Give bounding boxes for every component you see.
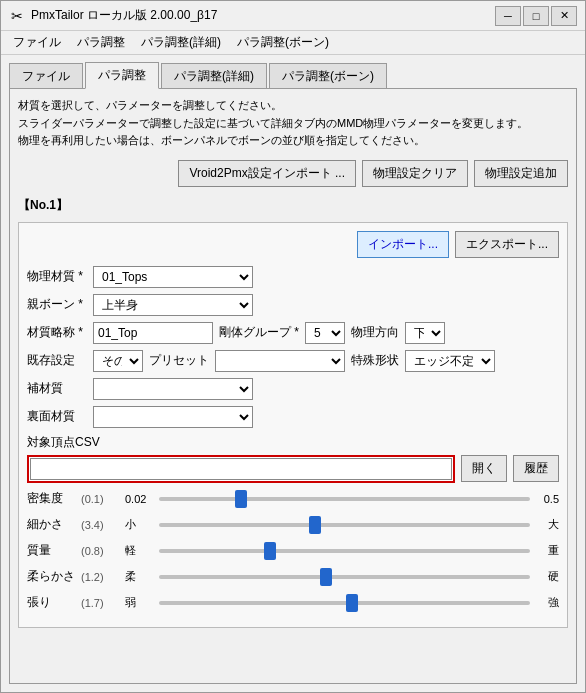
mass-slider[interactable]: [159, 541, 530, 561]
density-max: 0.5: [534, 493, 559, 505]
app-icon: ✂: [9, 8, 25, 24]
existing-settings-select[interactable]: そのまま: [93, 350, 143, 372]
density-slider-row: 密集度 (0.1) 0.02 0.5: [27, 489, 559, 509]
special-shape-select[interactable]: エッジ不定形: [405, 350, 495, 372]
csv-input-wrapper: [27, 455, 455, 483]
title-bar: ✂ PmxTailor ローカル版 2.00.00_β17 ─ □ ✕: [1, 1, 585, 31]
physics-clear-button[interactable]: 物理設定クリア: [362, 160, 468, 187]
panel-export-button[interactable]: エクスポート...: [455, 231, 559, 258]
mass-label: 質量: [27, 542, 77, 559]
softness-value: (1.2): [81, 571, 121, 583]
window-controls: ─ □ ✕: [495, 6, 577, 26]
tension-label: 張り: [27, 594, 77, 611]
menu-file[interactable]: ファイル: [5, 32, 69, 53]
desc-line1: 材質を選択して、パラメーターを調整してください。: [18, 97, 568, 115]
special-shape-label: 特殊形状: [351, 352, 399, 369]
desc-line3: 物理を再利用したい場合は、ボーンパネルでボーンの並び順を指定してください。: [18, 132, 568, 150]
softness-label: 柔らかさ: [27, 568, 77, 585]
vroid-import-button[interactable]: Vroid2Pmx設定インポート ...: [178, 160, 356, 187]
tension-max: 強: [534, 595, 559, 610]
parent-bone-select[interactable]: 上半身: [93, 294, 253, 316]
material-abbr-input[interactable]: [93, 322, 213, 344]
minimize-button[interactable]: ─: [495, 6, 521, 26]
body-group-select[interactable]: 5: [305, 322, 345, 344]
auxiliary-material-select[interactable]: [93, 378, 253, 400]
existing-settings-row: 既存設定 そのまま プリセット 特殊形状 エッジ不定形: [27, 350, 559, 372]
mass-value: (0.8): [81, 545, 121, 557]
csv-label: 対象頂点CSV: [27, 434, 559, 451]
auxiliary-material-row: 補材質: [27, 378, 559, 400]
description: 材質を選択して、パラメーターを調整してください。 スライダーパラメーターで調整し…: [18, 97, 568, 150]
tab-bar: ファイル パラ調整 パラ調整(詳細) パラ調整(ボーン): [5, 57, 581, 88]
softness-slider-row: 柔らかさ (1.2) 柔 硬: [27, 567, 559, 587]
material-abbr-label: 材質略称 *: [27, 324, 87, 341]
physics-panel: インポート... エクスポート... 物理材質 * 01_Tops 親ボーン *…: [18, 222, 568, 628]
existing-settings-label: 既存設定: [27, 352, 87, 369]
softness-thumb[interactable]: [320, 568, 332, 586]
panel-toolbar: インポート... エクスポート...: [27, 231, 559, 258]
softness-extra: 柔: [125, 569, 155, 584]
close-button[interactable]: ✕: [551, 6, 577, 26]
auxiliary-material-label: 補材質: [27, 380, 87, 397]
csv-history-button[interactable]: 履歴: [513, 455, 559, 482]
tab-para[interactable]: パラ調整: [85, 62, 159, 89]
tension-extra: 弱: [125, 595, 155, 610]
physics-direction-select[interactable]: 下 上 左 右: [405, 322, 445, 344]
csv-open-button[interactable]: 開く: [461, 455, 507, 482]
menu-para[interactable]: パラ調整: [69, 32, 133, 53]
panel-import-button[interactable]: インポート...: [357, 231, 449, 258]
back-material-row: 裏面材質: [27, 406, 559, 428]
csv-input[interactable]: [30, 458, 452, 480]
menu-para-detail[interactable]: パラ調整(詳細): [133, 32, 229, 53]
csv-row: 開く 履歴: [27, 455, 559, 483]
material-row: 物理材質 * 01_Tops: [27, 266, 559, 288]
mass-max: 重: [534, 543, 559, 558]
tab-file[interactable]: ファイル: [9, 63, 83, 89]
material-select[interactable]: 01_Tops: [93, 266, 253, 288]
sliders-section: 密集度 (0.1) 0.02 0.5 細かさ (3.4): [27, 489, 559, 613]
tension-slider-row: 張り (1.7) 弱 強: [27, 593, 559, 613]
preset-label: プリセット: [149, 352, 209, 369]
physics-direction-label: 物理方向: [351, 324, 399, 341]
parent-bone-label: 親ボーン *: [27, 296, 87, 313]
fineness-slider-row: 細かさ (3.4) 小 大: [27, 515, 559, 535]
desc-line2: スライダーパラメーターで調整した設定に基づいて詳細タブ内のMMD物理パラメーター…: [18, 115, 568, 133]
mass-thumb[interactable]: [264, 542, 276, 560]
fineness-max: 大: [534, 517, 559, 532]
density-slider[interactable]: [159, 489, 530, 509]
density-extra: 0.02: [125, 493, 155, 505]
menu-para-bone[interactable]: パラ調整(ボーン): [229, 32, 337, 53]
material-label: 物理材質 *: [27, 268, 87, 285]
tension-slider[interactable]: [159, 593, 530, 613]
fineness-extra: 小: [125, 517, 155, 532]
fineness-label: 細かさ: [27, 516, 77, 533]
back-material-select[interactable]: [93, 406, 253, 428]
main-toolbar: Vroid2Pmx設定インポート ... 物理設定クリア 物理設定追加: [18, 160, 568, 187]
content-area: 材質を選択して、パラメーターを調整してください。 スライダーパラメーターで調整し…: [9, 88, 577, 684]
preset-select[interactable]: [215, 350, 345, 372]
material-abbr-row: 材質略称 * 剛体グループ * 5 物理方向 下 上 左 右: [27, 322, 559, 344]
csv-section: 対象頂点CSV 開く 履歴: [27, 434, 559, 483]
maximize-button[interactable]: □: [523, 6, 549, 26]
mass-extra: 軽: [125, 543, 155, 558]
section-title: 【No.1】: [18, 197, 568, 214]
window-title: PmxTailor ローカル版 2.00.00_β17: [31, 7, 495, 24]
body-group-label: 剛体グループ *: [219, 324, 299, 341]
fineness-value: (3.4): [81, 519, 121, 531]
parent-bone-row: 親ボーン * 上半身: [27, 294, 559, 316]
mass-slider-row: 質量 (0.8) 軽 重: [27, 541, 559, 561]
density-label: 密集度: [27, 490, 77, 507]
softness-max: 硬: [534, 569, 559, 584]
tab-para-bone[interactable]: パラ調整(ボーン): [269, 63, 387, 89]
softness-slider[interactable]: [159, 567, 530, 587]
tab-para-detail[interactable]: パラ調整(詳細): [161, 63, 267, 89]
physics-add-button[interactable]: 物理設定追加: [474, 160, 568, 187]
density-thumb[interactable]: [235, 490, 247, 508]
fineness-thumb[interactable]: [309, 516, 321, 534]
tension-thumb[interactable]: [346, 594, 358, 612]
menu-bar: ファイル パラ調整 パラ調整(詳細) パラ調整(ボーン): [1, 31, 585, 55]
back-material-label: 裏面材質: [27, 408, 87, 425]
fineness-slider[interactable]: [159, 515, 530, 535]
tension-value: (1.7): [81, 597, 121, 609]
main-window: ✂ PmxTailor ローカル版 2.00.00_β17 ─ □ ✕ ファイル…: [0, 0, 586, 693]
